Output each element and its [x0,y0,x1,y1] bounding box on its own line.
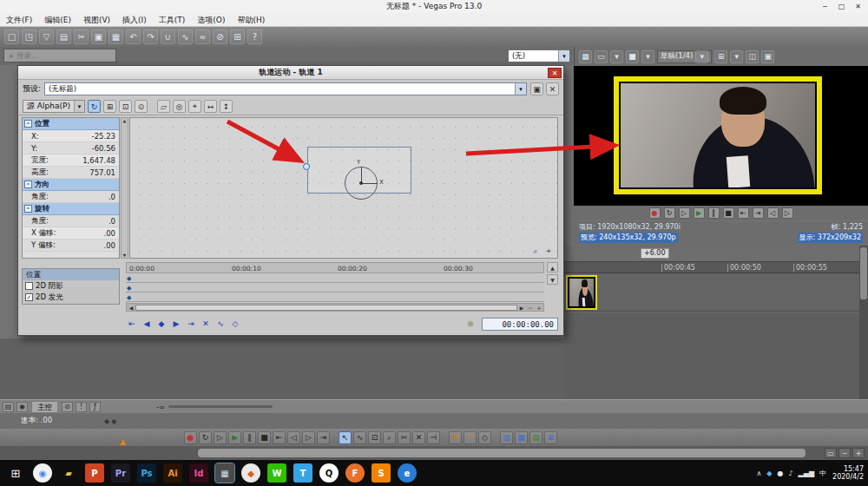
paste-icon[interactable]: ▦ [108,30,123,44]
taskbar-tim-icon[interactable]: T [293,463,312,483]
tray-messenger-icon[interactable]: ● [778,469,784,478]
sync-keyframe-cursor-icon[interactable]: ◇ [229,318,241,330]
close-button[interactable]: ✕ [850,0,866,12]
go-to-first-keyframe-icon[interactable]: ⇤ [126,318,138,330]
rotation-center-point[interactable] [359,181,363,185]
taskbar-qq-icon[interactable]: Q [319,463,339,483]
video-preview-window-icon[interactable]: ▦ [515,431,528,444]
project-properties-icon[interactable]: ▤ [56,30,71,44]
loop-playback-button[interactable]: ↻ [199,431,212,444]
menu-help[interactable]: 帮助(H) [231,13,271,27]
taskbar-wechat-icon[interactable]: W [267,463,286,483]
master-volume-slider[interactable] [168,405,273,408]
mute-icon[interactable]: ⊘ [62,402,73,412]
scrollbar-thumb[interactable] [135,305,517,311]
collapse-icon[interactable]: - [24,120,32,128]
timeline-marker-icon[interactable]: ▲ [120,437,126,446]
property-value[interactable]: .0 [108,217,115,226]
go-to-end-button[interactable]: ⇥ [317,431,330,444]
zoom-out-icon[interactable]: − [838,448,851,458]
preset-combobox[interactable]: (无标题) ▾ [44,82,527,95]
grid-dropdown-icon[interactable]: ▾ [730,50,743,63]
taskbar-premiere-icon[interactable]: Pr [111,463,130,483]
keyframe-ruler[interactable]: 0:00:00 00:00:10 00:00:20 00:00:30 [126,262,544,273]
zoom-fit-icon[interactable]: ▭ [825,448,837,458]
preview-quality-dropdown[interactable]: 草稿(1/4) ▾ [657,50,712,63]
zoom-in-icon[interactable]: + [535,304,543,312]
glow-checkbox[interactable]: ✓ [25,293,33,301]
menu-options[interactable]: 选项(O) [191,13,231,27]
window-titlebar[interactable]: 无标题 * - Vegas Pro 13.0 ─□✕ [0,0,868,13]
prevent-movement-icon[interactable]: ⊞ [103,100,116,113]
sync-cursor-icon[interactable]: ↻ [88,100,101,113]
property-group-rotation[interactable]: -旋转 [23,203,119,215]
delete-preset-icon[interactable]: ✕ [546,82,559,95]
play-button[interactable]: ▶ [228,431,241,444]
video-track-lane[interactable] [564,273,859,312]
property-value[interactable]: .0 [108,193,115,201]
taskbar-kmplayer-icon[interactable]: ◆ [241,463,260,483]
taskbar-chrome-icon[interactable]: ◉ [33,463,52,483]
property-row[interactable]: Y:-60.56 [23,142,119,154]
selection-edit-tool-icon[interactable]: ⊡ [368,431,381,444]
pan-tool-icon[interactable]: ⌖ [543,246,554,256]
redo-icon[interactable]: ↷ [143,30,158,44]
property-row[interactable]: 宽度:1,647.48 [23,154,119,167]
glow-list-item[interactable]: ✓ 2D 发光 [23,292,119,303]
preview-grid-icon[interactable]: ⊞ [714,50,727,63]
menu-file[interactable]: 文件(F) [0,13,38,27]
tray-network-icon[interactable]: ▂▄▆ [799,469,814,478]
mixer-window-icon[interactable]: ▥ [500,431,513,444]
prevent-scaling-icon[interactable]: ⊡ [119,100,132,113]
left-edge-handle[interactable] [303,163,310,170]
zoom-out-icon[interactable]: − [526,304,535,312]
scroll-left-icon[interactable]: ◀ [127,304,135,312]
search-box[interactable]: ⌕ [3,49,116,62]
envelope-edit-tool-icon[interactable]: ∿ [353,431,366,444]
property-group-orientation[interactable]: -方向 [23,179,119,191]
motion-canvas[interactable]: Y X ⌕ ⌖ [129,117,558,259]
taskbar-photoshop-icon[interactable]: Ps [137,463,156,483]
auto-ripple-icon[interactable]: ≈ [195,30,210,44]
taskbar-firefox-icon[interactable]: F [345,463,365,483]
property-value[interactable]: .00 [103,229,115,238]
start-button[interactable]: ⊞ [0,460,31,486]
property-row[interactable]: X:-25.23 [23,130,119,142]
shadow-list-item[interactable]: 2D 阴影 [23,280,119,292]
keyframe-interpolation-icon[interactable]: ∿ [214,318,227,330]
timeline-ruler[interactable]: 00:00:45 00:00:50 00:00:55 [564,261,859,273]
save-preset-icon[interactable]: ▣ [530,82,543,95]
go-to-end-button[interactable]: ⇥ [753,207,764,219]
move-y-only-icon[interactable]: ↕ [220,100,233,113]
previous-keyframe-icon[interactable]: ◀ [141,318,153,330]
menu-view[interactable]: 视图(V) [77,13,116,27]
next-frame-button[interactable]: ▷ [782,207,793,219]
move-x-only-icon[interactable]: ↔ [204,100,217,113]
tray-ime-icon[interactable]: 中 [819,469,826,478]
overlay-icon[interactable]: ■ [626,50,639,63]
scroll-right-icon[interactable]: ▶ [517,304,526,312]
taskbar-folder-icon[interactable]: ▰ [59,463,78,483]
taskbar-vegas-icon[interactable]: ▦ [215,463,234,483]
go-to-start-button[interactable]: ⇤ [273,431,286,444]
master-bus-window-icon[interactable]: ▤ [529,431,542,444]
new-project-icon[interactable]: □ [4,30,19,44]
split-screen-icon[interactable]: ◫ [746,50,759,63]
property-value[interactable]: .00 [103,241,115,250]
record-button[interactable]: ● [649,207,661,219]
insert-region-icon[interactable]: ▽ [464,431,477,444]
delete-event-icon[interactable]: ✕ [412,431,425,444]
plugin-manager-icon[interactable]: ⊞ [544,431,557,444]
prevent-rotation-icon[interactable]: ⊙ [135,100,148,113]
lock-aspect-ratio-icon[interactable]: ▱ [157,100,170,113]
undo-icon[interactable]: ↶ [126,30,141,44]
overlay-dropdown-icon[interactable]: ▾ [641,50,654,63]
keyframe-track-position[interactable]: ◆ [126,274,544,283]
enable-snapping-icon[interactable]: ∪ [161,30,175,44]
move-freely-icon[interactable]: ⌖ [188,100,201,113]
property-row[interactable]: X 偏移:.00 [23,227,119,240]
previous-frame-button[interactable]: ◁ [287,431,300,444]
search-input[interactable] [16,51,114,60]
insert-command-icon[interactable]: ◇ [478,431,491,444]
scroll-down-icon[interactable]: ▼ [547,274,558,285]
